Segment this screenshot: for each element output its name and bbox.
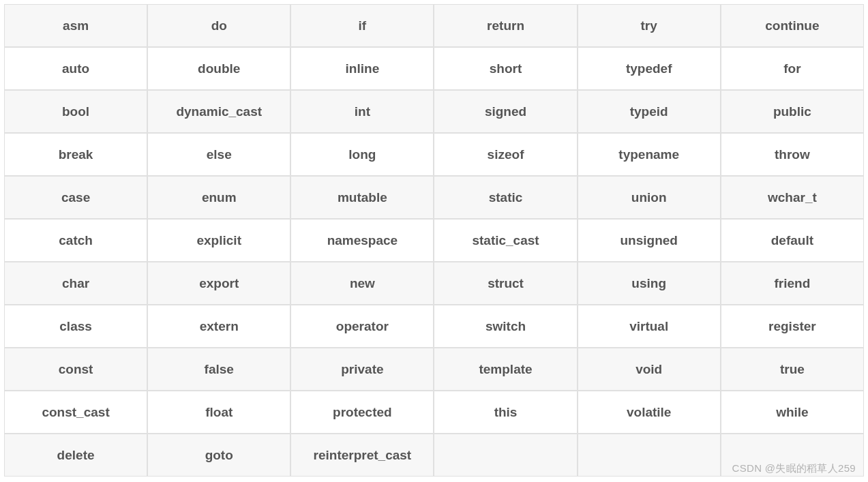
keyword-cell: default bbox=[721, 219, 864, 262]
keyword-cell bbox=[578, 434, 721, 477]
keyword-cell: operator bbox=[290, 305, 434, 348]
keyword-cell: for bbox=[721, 47, 864, 90]
keyword-cell: protected bbox=[290, 391, 434, 434]
keyword-cell: bool bbox=[4, 90, 147, 133]
keyword-cell: virtual bbox=[578, 305, 721, 348]
table-row: autodoubleinlineshorttypedeffor bbox=[4, 47, 864, 90]
keyword-cell: const_cast bbox=[4, 391, 147, 434]
keyword-cell: return bbox=[434, 4, 577, 47]
keyword-cell: template bbox=[434, 348, 577, 391]
keyword-cell: char bbox=[4, 262, 147, 305]
keyword-cell: reinterpret_cast bbox=[290, 434, 434, 477]
table-row: classexternoperatorswitchvirtualregister bbox=[4, 305, 864, 348]
keyword-cell bbox=[721, 434, 864, 477]
keyword-cell: register bbox=[721, 305, 864, 348]
keyword-cell: void bbox=[578, 348, 721, 391]
table-row: constfalseprivatetemplatevoidtrue bbox=[4, 348, 864, 391]
keyword-cell: new bbox=[290, 262, 434, 305]
keyword-cell: union bbox=[578, 176, 721, 219]
keyword-cell: throw bbox=[721, 133, 864, 176]
keyword-cell: using bbox=[578, 262, 721, 305]
keyword-cell: class bbox=[4, 305, 147, 348]
table-row: charexportnewstructusingfriend bbox=[4, 262, 864, 305]
keyword-cell: public bbox=[721, 90, 864, 133]
keyword-cell: mutable bbox=[290, 176, 434, 219]
keyword-cell: while bbox=[721, 391, 864, 434]
keyword-cell: typedef bbox=[578, 47, 721, 90]
table-row: const_castfloatprotectedthisvolatilewhil… bbox=[4, 391, 864, 434]
keyword-cell: break bbox=[4, 133, 147, 176]
keyword-cell: catch bbox=[4, 219, 147, 262]
keyword-cell: private bbox=[290, 348, 434, 391]
keyword-cell: true bbox=[721, 348, 864, 391]
keyword-cell: case bbox=[4, 176, 147, 219]
keyword-cell: double bbox=[147, 47, 290, 90]
keyword-cell: enum bbox=[147, 176, 290, 219]
keyword-cell: typename bbox=[578, 133, 721, 176]
keyword-cell: asm bbox=[4, 4, 147, 47]
table-row: asmdoifreturntrycontinue bbox=[4, 4, 864, 47]
keyword-cell: do bbox=[147, 4, 290, 47]
keyword-cell: int bbox=[290, 90, 434, 133]
keyword-cell: sizeof bbox=[434, 133, 577, 176]
keyword-cell: try bbox=[578, 4, 721, 47]
keyword-cell: unsigned bbox=[578, 219, 721, 262]
keyword-cell: volatile bbox=[578, 391, 721, 434]
keyword-cell: dynamic_cast bbox=[147, 90, 290, 133]
keyword-cell: this bbox=[434, 391, 577, 434]
keyword-cell: export bbox=[147, 262, 290, 305]
table-row: booldynamic_castintsignedtypeidpublic bbox=[4, 90, 864, 133]
keyword-cell: wchar_t bbox=[721, 176, 864, 219]
keyword-cell: typeid bbox=[578, 90, 721, 133]
keyword-cell: static_cast bbox=[434, 219, 577, 262]
keyword-cell: friend bbox=[721, 262, 864, 305]
keywords-table: asmdoifreturntrycontinue autodoubleinlin… bbox=[4, 4, 864, 477]
keyword-cell: switch bbox=[434, 305, 577, 348]
table-row: caseenummutablestaticunionwchar_t bbox=[4, 176, 864, 219]
keyword-cell: struct bbox=[434, 262, 577, 305]
keyword-cell: const bbox=[4, 348, 147, 391]
keyword-cell: inline bbox=[290, 47, 434, 90]
keyword-cell bbox=[434, 434, 577, 477]
keyword-cell: namespace bbox=[290, 219, 434, 262]
keyword-cell: explicit bbox=[147, 219, 290, 262]
keyword-cell: delete bbox=[4, 434, 147, 477]
keyword-cell: else bbox=[147, 133, 290, 176]
keyword-cell: goto bbox=[147, 434, 290, 477]
keyword-cell: static bbox=[434, 176, 577, 219]
keyword-cell: extern bbox=[147, 305, 290, 348]
table-row: breakelselongsizeoftypenamethrow bbox=[4, 133, 864, 176]
keyword-cell: long bbox=[290, 133, 434, 176]
keyword-cell: if bbox=[290, 4, 434, 47]
table-row: deletegotoreinterpret_cast bbox=[4, 434, 864, 477]
keyword-cell: continue bbox=[721, 4, 864, 47]
keyword-cell: signed bbox=[434, 90, 577, 133]
keyword-cell: false bbox=[147, 348, 290, 391]
keyword-cell: auto bbox=[4, 47, 147, 90]
table-row: catchexplicitnamespacestatic_castunsigne… bbox=[4, 219, 864, 262]
keyword-cell: float bbox=[147, 391, 290, 434]
keyword-cell: short bbox=[434, 47, 577, 90]
